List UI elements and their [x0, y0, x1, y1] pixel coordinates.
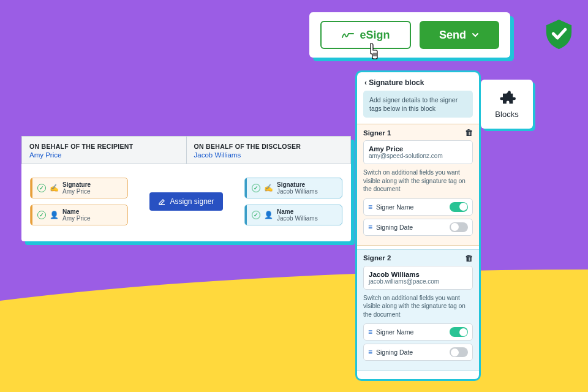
edit-icon: [158, 198, 166, 206]
document-panel: ON BEHALF OF THE RECIPIENT Amy Price ON …: [21, 136, 351, 241]
shield-icon: [542, 15, 576, 52]
signing-date-option[interactable]: ≡Signing Date: [363, 219, 473, 236]
assign-signer-button[interactable]: Assign signer: [149, 192, 222, 211]
puzzle-icon: [499, 90, 516, 107]
panel-hint: Add signer details to the signer tags be…: [363, 91, 473, 118]
signer-card[interactable]: Jacob Williams jacob.williams@pace.com: [363, 266, 473, 290]
name-tag[interactable]: 👤 NameJacob Williams: [244, 205, 342, 225]
toggle-on[interactable]: [450, 327, 468, 337]
back-link[interactable]: Signature block: [357, 78, 479, 91]
toggle-off[interactable]: [450, 347, 468, 357]
action-bar: eSign Send: [309, 12, 510, 58]
signature-block-panel: Signature block Add signer details to th…: [355, 70, 481, 381]
signer-1-block: Signer 1 🗑 Amy Price amy@speed-solutionz…: [357, 124, 479, 246]
recipient-header: ON BEHALF OF THE RECIPIENT Amy Price: [21, 136, 187, 164]
signer-2-block: Signer 2 🗑 Jacob Williams jacob.williams…: [357, 249, 479, 371]
toggle-off[interactable]: [450, 222, 468, 232]
send-button[interactable]: Send: [420, 21, 499, 49]
blocks-card[interactable]: Blocks: [481, 80, 533, 129]
send-label: Send: [439, 29, 466, 42]
delete-signer-icon[interactable]: 🗑: [465, 254, 473, 263]
blocks-label: Blocks: [495, 110, 518, 119]
signature-icon: [341, 30, 355, 40]
delete-signer-icon[interactable]: 🗑: [465, 128, 473, 137]
discloser-header: ON BEHALF OF THE DISCLOSER Jacob William…: [187, 136, 352, 164]
signature-tag[interactable]: ✍ SignatureJacob Williams: [244, 178, 342, 198]
esign-button[interactable]: eSign: [320, 21, 411, 49]
signer-name-option[interactable]: ≡Signer Name: [363, 323, 473, 341]
signature-tag[interactable]: ✍ SignatureAmy Price: [30, 178, 128, 198]
chevron-down-icon: [471, 31, 480, 39]
signer-card[interactable]: Amy Price amy@speed-solutionz.com: [363, 140, 473, 164]
cursor-icon: [366, 42, 383, 60]
esign-label: eSign: [360, 29, 390, 42]
signer-name-option[interactable]: ≡Signer Name: [363, 198, 473, 216]
toggle-on[interactable]: [450, 202, 468, 212]
name-tag[interactable]: 👤 NameAmy Price: [30, 205, 128, 225]
signing-date-option[interactable]: ≡Signing Date: [363, 344, 473, 361]
